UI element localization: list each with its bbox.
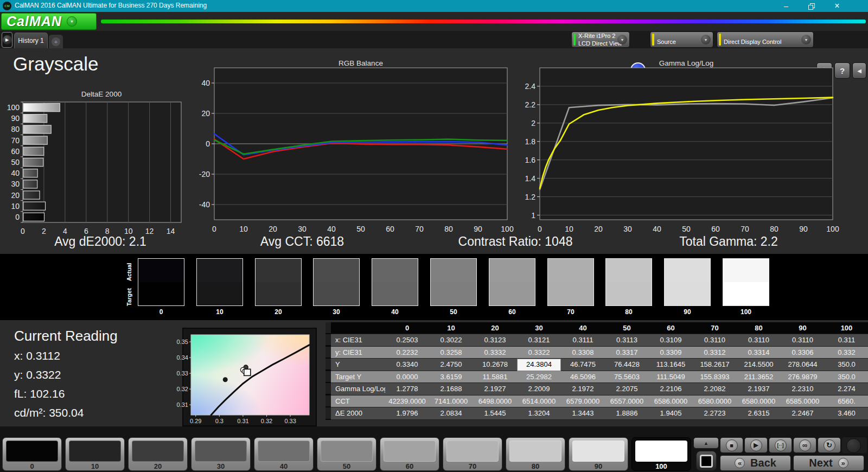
table-cell[interactable]: 2.2082 [693, 383, 737, 396]
table-cell[interactable]: 3.6159 [429, 371, 473, 384]
table-cell[interactable]: 0.3113 [605, 334, 649, 347]
table-cell[interactable]: 2.1688 [429, 383, 473, 396]
table-cell[interactable]: 6580.0000 [737, 396, 781, 408]
table-cell[interactable]: 211.3652 [737, 371, 781, 384]
table-cell[interactable]: 0.3110 [693, 334, 737, 347]
patch-button-100[interactable]: 100 [631, 437, 691, 471]
table-cell[interactable]: 7141.0000 [429, 396, 473, 408]
table-cell[interactable]: 0.2503 [385, 334, 429, 347]
table-cell[interactable]: 6580.0000 [693, 396, 737, 408]
pattern-window-button[interactable] [696, 451, 717, 471]
patch-button-50[interactable]: 50 [317, 437, 376, 471]
table-cell[interactable]: 75.5603 [605, 371, 649, 384]
table-cell[interactable]: 350.0 [825, 359, 868, 371]
source-dropdown[interactable]: Source ▼ [650, 31, 713, 48]
table-cell[interactable]: 158.2617 [693, 359, 737, 371]
table-cell[interactable]: 46.5096 [561, 371, 605, 384]
patch-button-30[interactable]: 30 [191, 437, 251, 471]
continuous-measure-button[interactable]: ∞ [793, 437, 816, 453]
patch-button-20[interactable]: 20 [128, 437, 188, 471]
table-cell[interactable]: 214.5500 [737, 359, 781, 371]
table-cell[interactable]: 10.2678 [473, 359, 517, 371]
layout-expand-button[interactable]: ▶ [2, 32, 12, 48]
play-button[interactable]: ▶ [744, 437, 768, 453]
table-cell[interactable]: 0.3312 [693, 347, 737, 359]
add-tab-button[interactable]: + [49, 35, 63, 48]
table-cell[interactable]: 1.3443 [561, 407, 605, 420]
display-control-dropdown[interactable]: Direct Display Control ▼ [717, 31, 814, 48]
table-cell[interactable]: 2.1972 [561, 383, 605, 396]
table-cell[interactable]: 0.3258 [429, 347, 473, 359]
table-cell[interactable]: 0.3022 [429, 334, 473, 347]
patch-button-40[interactable]: 40 [254, 437, 314, 471]
table-cell[interactable]: 6557.0000 [605, 396, 649, 408]
restore-button[interactable] [802, 0, 820, 12]
single-measure-button[interactable]: [··] [769, 437, 792, 453]
table-cell[interactable]: 0.3121 [517, 334, 561, 347]
table-cell[interactable]: 1.3204 [517, 407, 561, 420]
table-cell[interactable]: 6560. [825, 396, 868, 408]
patch-button-0[interactable]: 0 [2, 437, 62, 471]
table-cell[interactable]: 0.3110 [781, 334, 825, 347]
table-cell[interactable]: 155.8393 [693, 371, 737, 384]
table-cell[interactable]: 0.3340 [385, 359, 429, 371]
table-cell[interactable]: 76.4428 [605, 359, 649, 371]
table-cell[interactable]: 0.0000 [385, 371, 429, 384]
table-cell[interactable]: 0.3314 [737, 347, 781, 359]
table-cell[interactable]: 3.460 [825, 407, 868, 420]
table-cell[interactable]: 0.3123 [473, 334, 517, 347]
table-cell[interactable]: 1.2778 [385, 383, 429, 396]
table-cell[interactable]: 0.3306 [781, 347, 825, 359]
table-cell[interactable]: 0.3322 [517, 347, 561, 359]
minimize-button[interactable]: – [777, 0, 795, 12]
table-cell[interactable]: 6586.0000 [649, 396, 693, 408]
panel-expand-button[interactable]: ▲ [693, 437, 719, 449]
table-cell[interactable]: 2.4750 [429, 359, 473, 371]
table-cell[interactable]: 2.2467 [781, 407, 825, 420]
collapse-panel-button[interactable]: ◀ [852, 62, 866, 79]
meter-dropdown[interactable]: X-Rite i1Pro 2LCD Direct View ▼ [571, 31, 630, 48]
patch-button-60[interactable]: 60 [380, 437, 439, 471]
table-cell[interactable]: 2.1927 [473, 383, 517, 396]
table-cell[interactable]: 278.0644 [781, 359, 825, 371]
table-cell[interactable]: 1.5445 [473, 407, 517, 420]
table-cell[interactable]: 6514.0000 [517, 396, 561, 408]
table-cell[interactable]: 0.3110 [737, 334, 781, 347]
table-cell[interactable]: 0.3109 [649, 334, 693, 347]
table-cell[interactable]: 25.2982 [517, 371, 561, 384]
table-cell[interactable]: 0.3309 [649, 347, 693, 359]
table-cell[interactable]: 350.0 [825, 371, 868, 384]
tab-history-1[interactable]: History 1 [14, 33, 48, 48]
table-cell[interactable]: 2.274 [825, 383, 868, 396]
table-cell[interactable]: 42239.0000 [385, 396, 429, 408]
stop-button[interactable]: ■ [720, 437, 743, 453]
table-cell[interactable]: 0.3111 [561, 334, 605, 347]
calman-menu-button[interactable]: CalMAN ▼ [1, 13, 97, 30]
table-cell[interactable]: 2.6315 [737, 407, 781, 420]
patch-button-10[interactable]: 10 [65, 437, 125, 471]
table-cell[interactable]: 2.2009 [517, 383, 561, 396]
table-cell[interactable]: 2.1937 [737, 383, 781, 396]
table-cell[interactable]: 6585.0000 [781, 396, 825, 408]
table-cell[interactable]: 1.8886 [605, 407, 649, 420]
table-cell[interactable]: 2.2310 [781, 383, 825, 396]
table-cell[interactable]: 2.2106 [649, 383, 693, 396]
close-button[interactable]: × [828, 0, 846, 12]
table-cell[interactable]: 0.311 [825, 334, 868, 347]
table-cell[interactable]: 1.9405 [649, 407, 693, 420]
patch-button-70[interactable]: 70 [443, 437, 502, 471]
next-button[interactable]: Next » [793, 455, 864, 471]
table-cell[interactable]: 1.9796 [385, 407, 429, 420]
table-cell[interactable]: 111.5049 [649, 371, 693, 384]
table-cell[interactable]: 276.9879 [781, 371, 825, 384]
back-button[interactable]: « Back [720, 455, 791, 471]
table-cell[interactable]: 46.7475 [561, 359, 605, 371]
patch-button-90[interactable]: 90 [569, 437, 628, 471]
table-cell[interactable]: 24.3804 [517, 359, 561, 371]
table-cell[interactable]: 2.0834 [429, 407, 473, 420]
patch-button-80[interactable]: 80 [506, 437, 565, 471]
refresh-button[interactable]: ↻ [818, 437, 841, 453]
table-cell[interactable]: 0.332 [825, 347, 868, 359]
table-cell[interactable]: 2.2723 [693, 407, 737, 420]
table-cell[interactable]: 113.1645 [649, 359, 693, 371]
